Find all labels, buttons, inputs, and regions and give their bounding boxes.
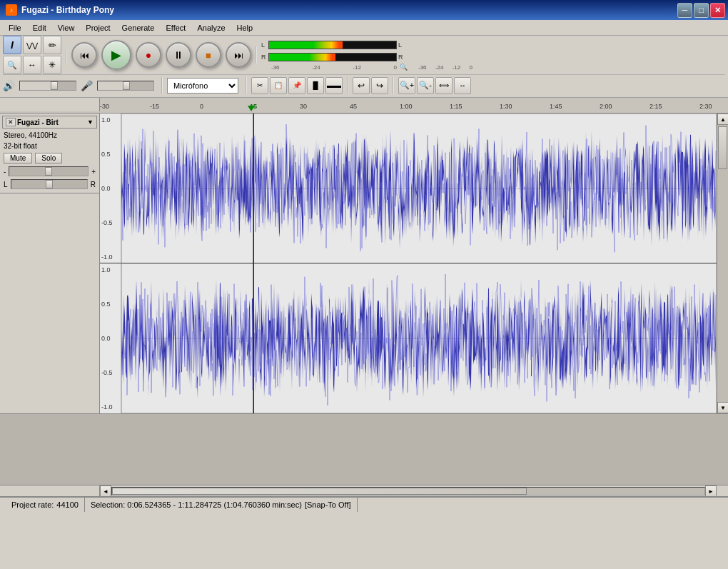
statusbar: Project rate: 44100 Selection: 0:06.5243…: [0, 496, 728, 512]
close-button[interactable]: ✕: [710, 3, 725, 18]
waveform-canvas: [100, 114, 717, 413]
pause-button[interactable]: ⏸: [166, 42, 191, 68]
menubar: File Edit View Project Generate Effect A…: [0, 20, 728, 36]
scroll-track-v: [717, 125, 728, 402]
envelope-tool-btn[interactable]: ⋁⋁: [23, 36, 41, 54]
toolbar-sep-4: [246, 77, 247, 94]
mute-button[interactable]: Mute: [4, 153, 32, 163]
track-name-label: Fugazi - Birt: [17, 119, 59, 126]
track-format: Stereo, 44100Hz 32-bit float: [2, 130, 97, 151]
paste-btn[interactable]: 📌: [288, 77, 305, 94]
redo-btn[interactable]: ↪: [371, 77, 388, 94]
timeshift-tool-btn[interactable]: ↔: [23, 56, 41, 74]
maximize-button[interactable]: □: [694, 3, 709, 18]
track-close-btn[interactable]: ✕: [6, 118, 16, 126]
gain-plus-label: +: [91, 168, 96, 176]
zoom-sel-btn[interactable]: ⟺: [435, 77, 453, 94]
silence-btn[interactable]: ▬▬: [325, 77, 343, 94]
menu-help[interactable]: Help: [231, 22, 259, 34]
zoom-in-btn[interactable]: 🔍+: [398, 77, 415, 94]
selection-seg: Selection: 0:06.524365 - 1:11.284725 (1:…: [85, 498, 358, 512]
gain-slider[interactable]: [9, 166, 89, 176]
vertical-scrollbar[interactable]: ▲ ▼: [717, 114, 728, 413]
pan-left-label: L: [4, 181, 8, 188]
toolbar-sep-3: [161, 77, 163, 94]
scroll-thumb-v[interactable]: [718, 126, 727, 169]
gain-minus-label: -: [4, 168, 6, 176]
rewind-button[interactable]: ⏮: [71, 42, 97, 68]
scroll-down-arrow[interactable]: ▼: [717, 402, 728, 413]
app-icon: ♪: [6, 4, 17, 16]
menu-file[interactable]: File: [3, 22, 27, 34]
toolbar-sep-1: [66, 46, 67, 64]
toolbar-sep-2: [256, 46, 257, 64]
titlebar: ♪ Fugazi - Birthday Pony ─ □ ✕: [0, 0, 728, 20]
hscroll-thumb[interactable]: [112, 488, 527, 495]
minimize-button[interactable]: ─: [677, 3, 692, 18]
zoom-fit-btn[interactable]: ↔: [454, 77, 471, 94]
stop-button[interactable]: ■: [196, 42, 221, 68]
track-menu-btn[interactable]: ▼: [87, 119, 93, 126]
pan-right-label: R: [91, 181, 96, 188]
record-button[interactable]: ●: [136, 42, 161, 68]
play-button[interactable]: ▶: [101, 40, 131, 70]
track-panel: ✕ Fugazi - Birt ▼ Stereo, 44100Hz 32-bit…: [0, 114, 100, 413]
menu-view[interactable]: View: [52, 22, 81, 34]
hscroll-track: [111, 487, 705, 495]
pencil-tool-btn[interactable]: ✏: [43, 36, 61, 54]
project-rate-seg: Project rate: 44100: [6, 498, 85, 512]
scroll-right-arrow[interactable]: ►: [705, 485, 717, 497]
menu-edit[interactable]: Edit: [27, 22, 52, 34]
window-title: Fugazi - Birthday Pony: [21, 5, 114, 15]
track-header: ✕ Fugazi - Birt ▼ Stereo, 44100Hz 32-bit…: [0, 114, 99, 193]
trim-btn[interactable]: ▐▌: [307, 77, 324, 94]
multi-tool-btn[interactable]: ✳: [43, 56, 61, 74]
project-rate-label: Project rate:: [11, 500, 54, 509]
toolbars: I ⋁⋁ ✏ 🔍 ↔ ✳ ⏮ ▶ ● ⏸ ■ ⏭ L: [0, 36, 728, 98]
snap-info: [Snap-To Off]: [305, 500, 351, 509]
copy-btn[interactable]: 📋: [270, 77, 287, 94]
fast-forward-button[interactable]: ⏭: [226, 42, 251, 68]
menu-project[interactable]: Project: [80, 22, 116, 34]
cut-btn[interactable]: ✂: [251, 77, 268, 94]
project-rate-value: 44100: [56, 500, 79, 509]
scroll-left-arrow[interactable]: ◄: [100, 485, 111, 497]
speaker-icon: 🔊: [3, 80, 15, 91]
menu-generate[interactable]: Generate: [116, 22, 161, 34]
microphone-icon: 🎤: [81, 80, 93, 91]
timeline-ruler: -30 -15 0 15 30 45 1:00 1:15 1:30 1:45 2…: [0, 98, 728, 114]
menu-analyze[interactable]: Analyze: [191, 22, 231, 34]
titlebar-buttons: ─ □ ✕: [677, 3, 725, 18]
toolbar-sep-5: [347, 77, 348, 94]
select-tool-btn[interactable]: I: [3, 36, 21, 54]
solo-button[interactable]: Solo: [35, 153, 62, 163]
menu-effect[interactable]: Effect: [160, 22, 191, 34]
zoom-out-btn[interactable]: 🔍-: [417, 77, 434, 94]
scroll-up-arrow[interactable]: ▲: [717, 114, 728, 125]
toolbar-sep-6: [393, 77, 394, 94]
undo-btn[interactable]: ↩: [353, 77, 370, 94]
titlebar-left: ♪ Fugazi - Birthday Pony: [6, 4, 114, 16]
zoom-tool-btn[interactable]: 🔍: [3, 56, 21, 74]
selection-info: Selection: 0:06.524365 - 1:11.284725 (1:…: [91, 500, 302, 509]
pan-slider[interactable]: [11, 179, 88, 189]
input-device-select[interactable]: Micrófono Line In Stereo Mix: [167, 78, 238, 94]
